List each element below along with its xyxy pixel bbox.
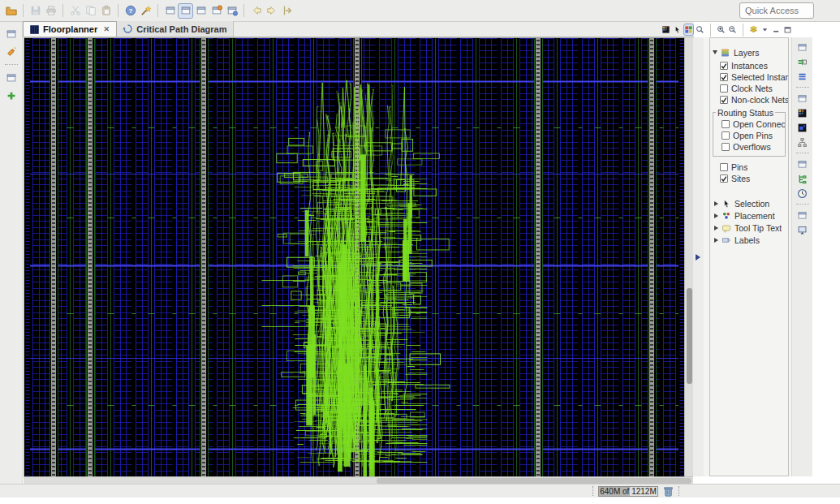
toolbar-separator [23, 4, 24, 17]
zoom-out-button[interactable] [727, 24, 738, 36]
site-view-button[interactable] [795, 136, 810, 149]
tab-close-icon[interactable]: ✕ [102, 25, 110, 33]
restore-view4-button[interactable] [795, 209, 810, 222]
floorplan-view-button[interactable] [178, 3, 193, 19]
copy-button[interactable] [83, 3, 98, 19]
netlist-view-button[interactable] [795, 172, 810, 185]
disk-icon [30, 5, 41, 16]
restore-view-button[interactable] [795, 41, 810, 54]
connections-view-button[interactable] [795, 55, 810, 68]
window-layout-button[interactable] [224, 3, 239, 19]
back-button[interactable] [248, 3, 264, 19]
zoom-out-icon [728, 25, 737, 34]
routing-checkbox-list: Open ConnectionsOpen PinsOverflows [713, 118, 785, 153]
checkbox-pins[interactable] [720, 163, 728, 171]
forward-button[interactable] [264, 3, 279, 19]
checkbox-open-connections[interactable] [722, 120, 730, 128]
fast-view-bar [791, 37, 812, 476]
layer-item: Instances [710, 60, 788, 71]
cut-button[interactable] [67, 3, 83, 19]
open-perspective-button[interactable] [193, 3, 209, 19]
palette-button[interactable] [683, 24, 694, 36]
checkbox-instances[interactable] [720, 62, 728, 70]
section-placement[interactable]: Placement [710, 209, 788, 222]
restore-view-button[interactable] [3, 26, 19, 41]
floorplanner-tab-wrap [29, 24, 40, 35]
search-button[interactable] [138, 3, 153, 19]
thumbnail-view-button[interactable] [661, 24, 671, 36]
timing-view-button[interactable] [795, 187, 810, 200]
maximize-button[interactable] [782, 24, 793, 36]
window-icon [6, 28, 17, 40]
save-button[interactable] [28, 3, 43, 19]
toolbar-separator [157, 4, 158, 17]
add-view-button[interactable] [3, 88, 19, 103]
properties-view-button[interactable] [795, 70, 810, 83]
status-separator [678, 486, 679, 496]
console-view-button[interactable] [795, 223, 810, 236]
restore-view2-button[interactable] [3, 70, 19, 85]
toolbar-separator [710, 24, 711, 37]
window-badge-button[interactable] [209, 3, 224, 19]
printer-icon [45, 5, 57, 16]
tab-critical-path-diagram[interactable]: Critical Path Diagram [117, 21, 233, 37]
horizontal-scrollbar-thumb[interactable] [377, 478, 691, 484]
help-button[interactable]: ? [123, 3, 138, 19]
minimize-icon [772, 25, 781, 34]
expand-arrow-icon[interactable] [714, 226, 718, 230]
section-labels[interactable]: Labels [710, 234, 788, 246]
minimize-button[interactable] [771, 24, 782, 36]
window-icon [797, 42, 808, 53]
layers-checkbox-list: InstancesSelected Instance FlylinesClock… [710, 60, 788, 106]
checkbox-open-pins[interactable] [722, 131, 730, 140]
checkbox-sites[interactable] [720, 174, 728, 183]
layers-section-header[interactable]: Layers [710, 46, 788, 58]
horizontal-scrollbar[interactable] [24, 476, 693, 484]
maximize-icon [783, 25, 792, 34]
select-cursor-button[interactable] [672, 24, 683, 36]
expand-arrow-icon[interactable] [714, 238, 718, 243]
zoom-in-button[interactable] [716, 24, 726, 36]
view-menu-button[interactable] [760, 24, 770, 36]
palette-panel: Layers InstancesSelected Instance Flylin… [704, 37, 791, 476]
tab-floorplanner[interactable]: Floorplanner✕ [23, 21, 117, 37]
darkblue-square-icon [797, 123, 808, 133]
routing-status-title: Routing Status [716, 108, 775, 118]
sash-collapse-icon[interactable] [696, 254, 700, 261]
vertical-scrollbar-thumb[interactable] [687, 288, 692, 384]
floorplan-canvas-wrap [24, 37, 684, 476]
open-button[interactable] [3, 3, 19, 19]
device-view-button[interactable] [795, 106, 810, 119]
expand-arrow-icon[interactable] [714, 213, 718, 218]
flashlight-button[interactable] [3, 44, 19, 59]
section-tool-tip-text[interactable]: Tool Tip Text [710, 222, 788, 234]
paste-button[interactable] [98, 3, 114, 19]
loc-icon [282, 5, 293, 16]
package-view-button[interactable] [795, 121, 810, 134]
quick-access-input[interactable] [739, 2, 814, 19]
restore-view2-button[interactable] [795, 92, 810, 105]
window-badge-blue-icon [226, 5, 238, 16]
expand-arrow-icon[interactable] [714, 201, 718, 206]
floorplan-canvas[interactable] [24, 38, 684, 476]
left-view-strip [0, 22, 23, 484]
garbage-collect-button[interactable] [662, 485, 674, 498]
section-selection[interactable]: Selection [710, 197, 788, 209]
panel-sash[interactable] [693, 37, 704, 476]
zoom-area-button[interactable] [695, 24, 705, 36]
print-button[interactable] [43, 3, 58, 19]
checkbox-clock-nets[interactable] [720, 84, 728, 93]
collapse-arrow-icon[interactable] [713, 50, 717, 54]
monitor-icon [797, 225, 808, 235]
vertical-scrollbar[interactable] [684, 37, 693, 476]
checkbox-non-clock-nets[interactable] [720, 96, 728, 104]
restore-view3-button[interactable] [795, 157, 810, 170]
checkbox-selected-instance-flylines[interactable] [720, 73, 728, 81]
checkbox-overflows[interactable] [722, 143, 730, 151]
last-edit-button[interactable] [279, 3, 295, 19]
new-window-button[interactable] [162, 3, 178, 19]
layers-palette-button[interactable] [748, 24, 759, 36]
window-icon [165, 5, 176, 16]
palette-panel-inner: Layers InstancesSelected Instance Flylin… [709, 37, 789, 476]
window-badge-orange-icon [211, 5, 222, 16]
